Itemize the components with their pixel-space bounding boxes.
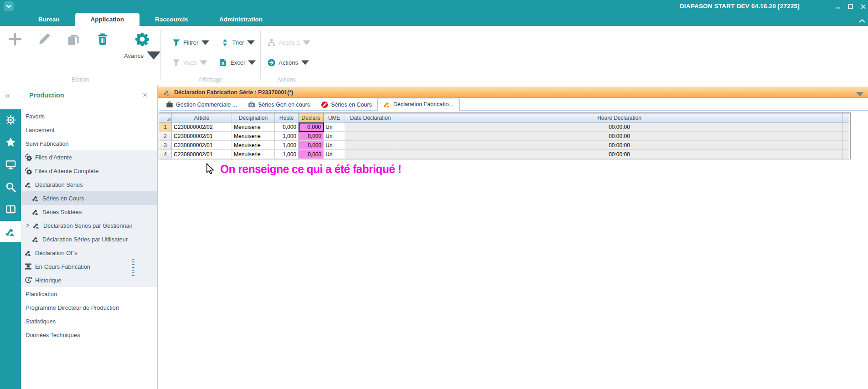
chevron-down-icon[interactable] <box>856 91 863 98</box>
cell-date[interactable] <box>345 141 396 150</box>
rail-item-wheel[interactable] <box>0 109 21 130</box>
rail-item-monitor[interactable] <box>0 154 21 175</box>
cell-heure[interactable]: 00:00:00 <box>396 141 843 150</box>
sidebar-item-favoris[interactable]: Favoris <box>21 109 157 123</box>
sidebar-item-declaration-ofs[interactable]: Déclaration OFs <box>21 246 157 260</box>
column-header-date-declaration[interactable]: Date Déclaration <box>345 113 396 123</box>
cell-designation[interactable]: Menuiserie <box>232 132 275 141</box>
column-header-article[interactable]: Article <box>172 113 232 123</box>
views-button[interactable]: Vues <box>172 59 207 67</box>
sidebar-item-statistiques[interactable]: Statistiques <box>21 314 157 328</box>
robot-arm-icon <box>383 101 391 108</box>
sidebar-item-files-d-attente-complete[interactable]: Files d'Attente Complète <box>21 164 157 178</box>
cell-article[interactable]: C230800002/02 <box>172 123 232 132</box>
cell-date[interactable] <box>345 132 396 141</box>
cell-declare[interactable]: 0,000 <box>299 150 324 159</box>
add-button[interactable] <box>8 32 22 46</box>
sidebar-item-label: Planification <box>26 291 57 297</box>
cell-ume[interactable]: Un <box>324 132 345 141</box>
sort-button[interactable]: Trier <box>221 39 255 46</box>
window-controls <box>833 0 867 13</box>
cell-date[interactable] <box>345 150 396 159</box>
sidebar-item-label: Files d'Attente Complète <box>35 168 98 174</box>
document-tab-series-gen-en-cours[interactable]: Séries Gen en cours <box>243 99 315 110</box>
cell-article[interactable]: C230800002/01 <box>172 132 232 141</box>
cell-declare[interactable]: 0,000 <box>299 123 324 132</box>
maximize-button[interactable] <box>846 2 854 10</box>
sidebar-item-declaration-series-par-utilisateur[interactable]: Déclaration Séries par Utilisateur <box>21 232 157 246</box>
column-header-reste[interactable]: Reste <box>275 113 299 123</box>
close-panel-icon[interactable]: × <box>143 91 147 100</box>
sidebar-item-historique[interactable]: Historique <box>21 273 157 287</box>
ribbon-tab-administration[interactable]: Administration <box>204 13 278 26</box>
column-header-blank[interactable] <box>843 113 849 123</box>
cell-heure[interactable]: 00:00:00 <box>396 132 843 141</box>
cell-heure[interactable]: 00:00:00 <box>396 150 843 159</box>
cell-date[interactable] <box>345 123 396 132</box>
column-header-declare[interactable]: Déclaré <box>299 113 324 123</box>
collapse-ribbon-icon[interactable] <box>859 16 865 21</box>
actions-button[interactable]: Actions <box>268 59 309 67</box>
app-icon[interactable] <box>4 1 14 11</box>
cell-ume[interactable]: Un <box>324 150 345 159</box>
copy-button[interactable] <box>67 32 80 46</box>
cell-article[interactable]: C230800002/01 <box>172 141 232 150</box>
sidebar-item-series-en-cours[interactable]: Séries en Cours <box>21 191 157 205</box>
row-number-cell[interactable]: 1 <box>159 123 172 132</box>
cell-ume[interactable]: Un <box>324 141 345 150</box>
sidebar-item-planification[interactable]: Planification <box>21 287 157 301</box>
cell-declare[interactable]: 0,000 <box>299 132 324 141</box>
sidebar-item-lancement[interactable]: Lancement <box>21 123 157 137</box>
sidebar-item-programme-directeur-de-production[interactable]: Programme Directeur de Production <box>21 301 157 314</box>
cell-ume[interactable]: Un <box>324 123 345 132</box>
close-button[interactable] <box>859 2 867 10</box>
collapse-panel-icon[interactable]: « <box>5 91 10 100</box>
cell-heure[interactable]: 00:00:00 <box>396 123 843 132</box>
sidebar-item-files-d-attente[interactable]: Files d'Attente <box>21 150 157 164</box>
sidebar-item-declaration-series-par-gestionnair[interactable]: >Déclaration Séries par Gestionnair <box>21 219 157 232</box>
cell-designation[interactable]: Menuiserie <box>232 150 275 159</box>
cell-reste[interactable]: 1,000 <box>275 132 299 141</box>
chevron-right-icon[interactable]: > <box>25 222 31 229</box>
rail-item-star[interactable] <box>0 132 21 153</box>
cell-designation[interactable]: Menuiserie <box>232 123 275 132</box>
access-button[interactable]: Accès à <box>268 39 310 46</box>
cell-reste[interactable]: 0,000 <box>275 123 299 132</box>
column-header-designation[interactable]: Désignation <box>232 113 275 123</box>
monitor-icon <box>5 159 16 170</box>
cell-designation[interactable]: Menuiserie <box>232 141 275 150</box>
grid-corner-cell[interactable] <box>159 113 172 123</box>
column-header-heure-declaration[interactable]: Heure Déclaration <box>396 113 843 123</box>
robot-arm-icon <box>32 194 39 202</box>
cell-reste[interactable]: 1,000 <box>275 141 299 150</box>
sidebar-item-donnees-techniques[interactable]: Données Techniques <box>21 328 157 342</box>
rail-item-search[interactable] <box>0 176 21 197</box>
rail-item-columns[interactable] <box>0 199 21 220</box>
excel-button[interactable]: Excel <box>219 59 256 67</box>
ribbon-tab-bureau[interactable]: Bureau <box>23 13 75 26</box>
row-number-cell[interactable]: 3 <box>159 141 172 150</box>
rail-item-robot-arm[interactable] <box>0 221 21 242</box>
sidebar-item-series-soldees[interactable]: Séries Soldées <box>21 205 157 219</box>
cell-reste[interactable]: 1,000 <box>275 150 299 159</box>
filter-button[interactable]: Filtrer <box>172 39 209 46</box>
minimize-button[interactable] <box>833 2 842 10</box>
document-tab-declaration-fabricatio[interactable]: Déclaration Fabricatio... <box>377 98 460 111</box>
cell-article[interactable]: C230800002/01 <box>172 150 232 159</box>
advanced-button[interactable]: Avancé <box>124 32 160 62</box>
ribbon-tab-raccourcis[interactable]: Raccourcis <box>140 13 204 26</box>
sidebar-item-en-cours-fabrication[interactable]: En-Cours Fabrication <box>21 260 157 273</box>
edit-button[interactable] <box>37 32 51 46</box>
row-number-cell[interactable]: 4 <box>159 150 172 159</box>
panel-resize-grip[interactable] <box>132 259 134 276</box>
document-tab-series-en-cours[interactable]: Séries en Cours <box>315 99 377 110</box>
sidebar-item-declaration-series[interactable]: Déclaration Séries <box>21 178 157 191</box>
cell-declare[interactable]: 0,000 <box>299 141 324 150</box>
row-number-cell[interactable]: 2 <box>159 132 172 141</box>
sidebar-item-suivi-fabrication[interactable]: Suivi Fabrication <box>21 137 157 150</box>
delete-button[interactable] <box>96 32 109 46</box>
document-tab-gestion-commerciale[interactable]: Gestion Commerciale ... <box>160 99 243 110</box>
ribbon-tab-application[interactable]: Application <box>75 13 140 26</box>
column-header-ume[interactable]: UME <box>324 113 345 123</box>
robot-arm-icon <box>32 235 39 243</box>
